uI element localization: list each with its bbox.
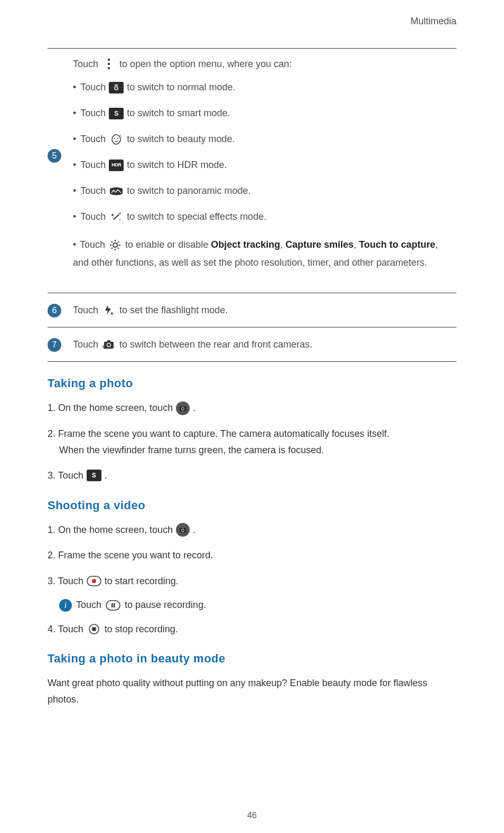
bold-touch-to-capture: Touch to capture: [359, 239, 435, 250]
text: 4. Touch: [48, 621, 83, 638]
page-header: Multimedia: [48, 16, 456, 27]
marker-5: 5: [48, 149, 61, 163]
text: to switch to panoramic mode.: [127, 184, 250, 198]
marker-6: 6: [48, 304, 61, 317]
section-6: 6 Touch A to set the flashlight mode.: [48, 293, 456, 327]
bold-capture-smiles: Capture smiles: [285, 239, 353, 250]
text: 1. On the home screen, touch: [48, 522, 173, 538]
s5-b5: • Touch to switch to panoramic mode.: [73, 184, 456, 198]
text: to stop recording.: [105, 621, 178, 638]
s5-b1: • Touch to switch to normal mode.: [73, 80, 456, 95]
photo-step-2: 2. Frame the scene you want to capture. …: [48, 426, 456, 458]
kebab-menu-icon: [101, 58, 116, 70]
page-number: 46: [0, 811, 504, 820]
text: to switch to special effects mode.: [127, 210, 266, 224]
text: Touch: [73, 59, 98, 70]
hdr-icon: HDR: [109, 160, 124, 171]
text: Touch: [80, 158, 106, 172]
s5-b7: • Touch to enable or disable Object trac…: [73, 236, 456, 272]
bullet-dot: •: [73, 80, 77, 95]
s5-b4: • Touch HDR to switch to HDR mode.: [73, 158, 456, 172]
beauty-face-icon: [109, 134, 124, 145]
s5-b3: • Touch to switch to beauty mode.: [73, 132, 456, 146]
heading-taking-photo: Taking a photo: [48, 377, 456, 390]
svg-point-6: [114, 138, 115, 139]
svg-line-10: [114, 214, 119, 220]
panorama-icon: [109, 185, 124, 197]
svg-rect-33: [111, 603, 113, 607]
text: to set the flashlight mode.: [119, 305, 228, 316]
video-tip: i Touch to pause recording.: [59, 599, 456, 612]
svg-line-19: [118, 248, 119, 249]
info-icon: i: [59, 599, 72, 612]
svg-point-5: [112, 135, 120, 144]
camera-app-icon: [176, 401, 190, 415]
s5-b6: • Touch to switch to special effects mod…: [73, 210, 456, 224]
svg-point-12: [119, 219, 120, 220]
record-start-icon: [87, 575, 101, 587]
text: Touch: [80, 239, 105, 250]
bullet-dot: •: [73, 132, 77, 146]
svg-rect-0: [108, 59, 110, 61]
text: Touch: [80, 106, 106, 120]
text: .: [193, 400, 195, 416]
svg-line-9: [120, 137, 122, 137]
svg-rect-36: [92, 627, 96, 631]
photo-step-3: 3. Touch S .: [48, 467, 456, 484]
text: to switch between the rear and front cam…: [119, 339, 312, 350]
svg-line-8: [120, 135, 121, 136]
marker-7: 7: [48, 338, 61, 352]
photo-step-1: 1. On the home screen, touch .: [48, 400, 456, 416]
svg-rect-1: [108, 63, 110, 65]
flash-auto-icon: A: [101, 304, 116, 316]
svg-line-18: [111, 241, 113, 242]
text: to open the option menu, where you can:: [119, 59, 292, 70]
svg-point-4: [115, 87, 118, 90]
svg-rect-32: [106, 601, 120, 610]
text: to switch to HDR mode.: [127, 158, 227, 172]
text: to switch to normal mode.: [127, 80, 235, 95]
bullet-dot: •: [73, 210, 77, 224]
svg-point-11: [119, 212, 121, 214]
text: Touch: [73, 339, 98, 350]
bullet-dot: •: [73, 106, 77, 120]
text: to switch to smart mode.: [127, 106, 230, 120]
record-stop-icon: [87, 623, 101, 635]
svg-point-13: [113, 243, 117, 247]
section-7: 7 Touch to switch between the rear and f…: [48, 327, 456, 362]
text: 3. Touch: [48, 467, 83, 484]
text: to pause recording.: [125, 600, 206, 611]
switch-camera-icon: [101, 339, 116, 350]
video-step-1: 1. On the home screen, touch .: [48, 522, 456, 538]
svg-rect-34: [114, 603, 115, 607]
text: 1. On the home screen, touch: [48, 400, 173, 416]
video-step-3: 3. Touch to start recording.: [48, 573, 456, 589]
heading-beauty-mode: Taking a photo in beauty mode: [48, 652, 456, 666]
bold-object-tracking: Object tracking: [211, 239, 280, 250]
text: 3. Touch: [48, 573, 83, 589]
text: 2. Frame the scene you want to capture. …: [48, 428, 389, 439]
s5-b2: • Touch S to switch to smart mode.: [73, 106, 456, 120]
camera-smart-icon: S: [109, 108, 124, 119]
svg-point-31: [92, 579, 96, 583]
text: Touch: [80, 184, 106, 198]
text: to start recording.: [105, 573, 179, 589]
text: ,: [353, 239, 356, 250]
video-step-2: 2. Frame the scene you want to record.: [48, 547, 456, 564]
text: Touch: [80, 210, 106, 224]
bullet-dot: •: [73, 239, 77, 250]
text: ,: [280, 239, 283, 250]
heading-shooting-video: Shooting a video: [48, 499, 456, 512]
text: to enable or disable: [125, 239, 208, 250]
text: Touch: [73, 305, 98, 316]
camera-app-icon: [176, 523, 190, 537]
text: .: [105, 467, 107, 484]
record-pause-icon: [106, 600, 120, 611]
svg-point-7: [117, 138, 118, 139]
text: .: [193, 522, 195, 538]
text: When the viewfinder frame turns green, t…: [48, 442, 456, 458]
svg-line-20: [111, 248, 113, 249]
effects-wand-icon: [109, 211, 124, 223]
section-5: 5 Touch to open the option menu, where y…: [48, 48, 456, 293]
shutter-s-icon: S: [87, 470, 101, 481]
